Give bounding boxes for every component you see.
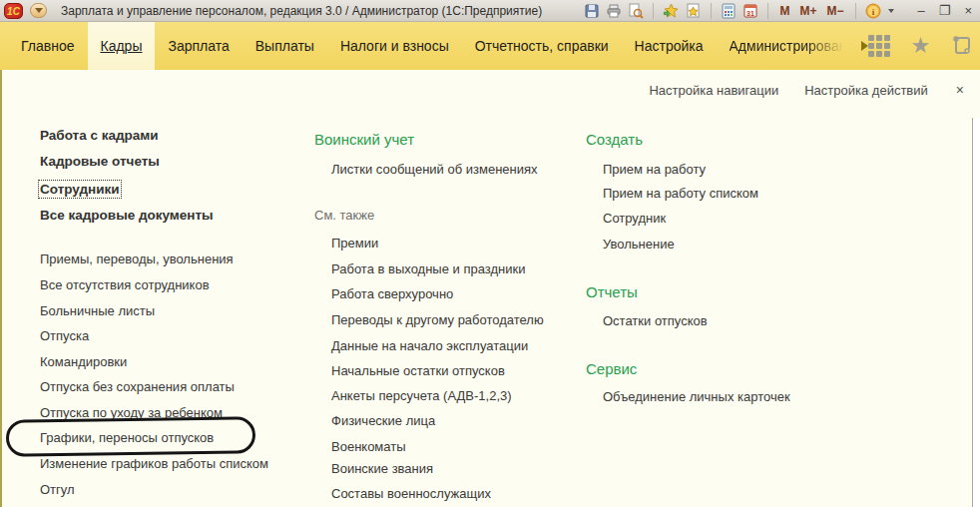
- nav-link[interactable]: Переводы к другому работодателю: [331, 310, 544, 330]
- group-link[interactable]: Работа с кадрами: [40, 126, 159, 146]
- group-link[interactable]: Кадровые отчеты: [40, 152, 160, 172]
- nav-link-annotated[interactable]: Графики, переносы отпусков: [40, 428, 214, 448]
- toolbar-separator: [767, 3, 768, 19]
- action-link[interactable]: Прием на работу: [603, 160, 706, 180]
- nav-link[interactable]: Отпуска по уходу за ребенком: [40, 403, 223, 423]
- window-title: Зарплата и управление персоналом, редакц…: [61, 4, 542, 18]
- app-window: 1С Зарплата и управление персоналом, ред…: [0, 0, 980, 507]
- svg-text:31: 31: [747, 9, 755, 16]
- info-icon[interactable]: i: [865, 3, 881, 19]
- kadry-functions-panel: Настройка навигации Настройка действий ×…: [0, 70, 980, 507]
- nav-link[interactable]: Отпуска: [40, 326, 89, 346]
- nav-link[interactable]: Данные на начало эксплуатации: [331, 336, 528, 356]
- nav-link[interactable]: Работа сверхурочно: [331, 284, 453, 304]
- calendar-icon[interactable]: 31: [742, 3, 758, 19]
- nav-link[interactable]: Воинские звания: [331, 459, 433, 479]
- tab-nastroyka[interactable]: Настройка: [622, 22, 717, 70]
- tab-glavnoe[interactable]: Главное: [8, 22, 88, 70]
- section-header: Воинский учет: [314, 130, 414, 150]
- action-link[interactable]: Остатки отпусков: [603, 311, 708, 331]
- panel-header: Настройка навигации Настройка действий ×: [649, 82, 966, 98]
- actions-setup-link[interactable]: Настройка действий: [804, 83, 928, 98]
- close-button[interactable]: ×: [960, 1, 976, 21]
- nav-link[interactable]: Работа в выходные и праздники: [331, 259, 525, 279]
- nav-link[interactable]: Отпуска без сохранения оплаты: [40, 377, 235, 397]
- nav-link[interactable]: Анкеты персучета (АДВ-1,2,3): [331, 386, 512, 406]
- add-favorite-icon[interactable]: [663, 3, 680, 19]
- toolbar-separator: [711, 3, 712, 19]
- memory-button[interactable]: M: [777, 4, 791, 18]
- calculator-icon[interactable]: [721, 3, 736, 19]
- print-icon[interactable]: [606, 3, 622, 19]
- nav-link[interactable]: Приемы, переводы, увольнения: [40, 250, 234, 269]
- toolbar-separator: [855, 3, 856, 19]
- memory-minus-button[interactable]: M−: [825, 4, 846, 18]
- maximize-button[interactable]: ❐: [935, 1, 955, 21]
- chevron-right-icon: [861, 41, 868, 51]
- save-icon[interactable]: [584, 3, 600, 19]
- navigation-setup-link[interactable]: Настройка навигации: [649, 83, 778, 98]
- nav-link[interactable]: Все отсутствия сотрудников: [40, 275, 210, 295]
- tab-vyplaty[interactable]: Выплаты: [243, 22, 327, 70]
- tab-kadry[interactable]: Кадры: [88, 22, 156, 70]
- focused-label: Сотрудники: [40, 182, 120, 197]
- vertical-scrollbar[interactable]: [972, 118, 980, 507]
- minimize-button[interactable]: –: [914, 1, 929, 21]
- action-link[interactable]: Прием на работу списком: [603, 184, 758, 204]
- section-header: Отчеты: [586, 282, 638, 302]
- action-link[interactable]: Увольнение: [603, 235, 675, 254]
- 1c-logo-icon: 1С: [4, 3, 23, 19]
- tab-zarplata[interactable]: Зарплата: [155, 22, 242, 70]
- section-header: Создать: [586, 130, 643, 150]
- nav-link[interactable]: Листки сообщений об изменениях: [331, 160, 538, 180]
- tab-administrirovanie[interactable]: Администрирован: [717, 22, 860, 70]
- memory-plus-button[interactable]: M+: [797, 4, 818, 18]
- chevron-down-icon[interactable]: [888, 9, 894, 13]
- nav-link[interactable]: Премии: [331, 234, 378, 254]
- tab-overflow-arrow[interactable]: [861, 22, 868, 70]
- nav-link[interactable]: Больничные листы: [40, 301, 155, 321]
- tab-nalogi[interactable]: Налоги и взносы: [327, 22, 462, 70]
- nav-link[interactable]: Составы военнослужащих: [331, 484, 491, 504]
- panel-close-icon[interactable]: ×: [954, 82, 966, 98]
- print-preview-icon[interactable]: [628, 3, 644, 19]
- action-link[interactable]: Объединение личных карточек: [603, 387, 790, 407]
- nav-link[interactable]: Военкоматы: [331, 437, 406, 457]
- nav-link[interactable]: Начальные остатки отпусков: [331, 361, 505, 381]
- nav-link[interactable]: Командировки: [40, 352, 127, 372]
- main-menu-button[interactable]: [30, 3, 47, 18]
- all-functions-grid-icon[interactable]: [868, 35, 890, 57]
- nav-link[interactable]: Физические лица: [331, 411, 435, 431]
- history-icon[interactable]: [950, 34, 972, 59]
- section-header: Сервис: [586, 359, 637, 379]
- group-link[interactable]: Все кадровые документы: [40, 206, 214, 226]
- nav-link[interactable]: Изменение графиков работы списком: [40, 454, 268, 474]
- toolbar-separator: [653, 3, 654, 19]
- chevron-down-icon: [35, 8, 43, 13]
- tab-otchetnost[interactable]: Отчетность, справки: [462, 22, 622, 70]
- group-link-focused[interactable]: Сотрудники: [40, 180, 120, 200]
- action-link[interactable]: Сотрудник: [603, 209, 666, 229]
- nav-link[interactable]: Отгул: [40, 480, 75, 500]
- title-bar: 1С Зарплата и управление персоналом, ред…: [0, 0, 980, 22]
- section-tab-bar: Главное Кадры Зарплата Выплаты Налоги и …: [0, 22, 980, 70]
- see-also-label: См. также: [314, 206, 374, 226]
- favorites-star-icon[interactable]: ★: [910, 35, 930, 57]
- favorites-icon[interactable]: [686, 3, 702, 19]
